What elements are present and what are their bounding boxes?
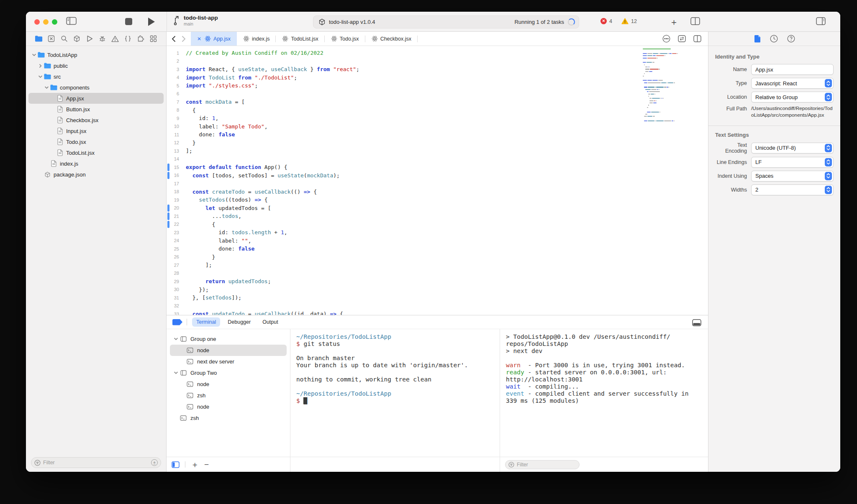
filter-scope-button[interactable]: ± [151,459,158,466]
terminal-session-next-dev-server[interactable]: next dev server [170,356,287,367]
navigator-run-icon[interactable] [85,35,94,43]
add-tab-button[interactable]: ＋ [670,16,678,28]
close-window-button[interactable] [34,19,40,25]
code-line-9[interactable]: 9 id: 1, [167,114,708,123]
terminal-session-node[interactable]: node [170,401,287,412]
disclosure-icon[interactable] [172,337,179,341]
tab-Checkbox.jsx[interactable]: Checkbox.jsx [365,32,418,46]
disclosure-icon[interactable] [37,64,44,68]
terminal-session-node[interactable]: node [170,379,287,390]
more-options-icon[interactable] [662,35,670,43]
code-line-6[interactable]: 6 [167,90,708,98]
close-tab-icon[interactable]: ✕ [197,36,201,42]
terminal-session-zsh[interactable]: zsh [170,412,287,424]
name-input[interactable]: App.jsx [751,64,834,75]
navigator-build-icon[interactable] [73,35,81,43]
file-item-TodoList.jsx[interactable]: TodoList.jsx [28,147,164,158]
disclosure-icon[interactable] [37,74,44,79]
run-button[interactable] [148,18,155,26]
back-button[interactable] [172,36,176,42]
code-line-29[interactable]: 29 return updatedTodos; [167,277,708,286]
issues-cluster[interactable]: ✕ 4 12 [600,18,637,24]
sessions-sidebar-toggle-icon[interactable] [172,461,180,468]
file-item-Button.jsx[interactable]: Button.jsx [28,104,164,115]
switch-file-icon[interactable] [678,35,686,42]
code-line-5[interactable]: 5import "./styles.css"; [167,82,708,90]
file-item-Input.jsx[interactable]: Input.jsx [28,125,164,136]
file-item-Todo.jsx[interactable]: Todo.jsx [28,136,164,147]
navigator-issues-icon[interactable] [111,35,119,43]
widths-select[interactable]: 2 [751,184,834,195]
code-line-21[interactable]: 21 ...todos, [167,212,708,220]
remove-terminal-button[interactable]: − [204,460,209,469]
navigator-symbols-icon[interactable] [124,35,132,43]
file-item-public[interactable]: public [28,60,164,71]
code-line-11[interactable]: 11 done: false [167,130,708,139]
code-line-23[interactable]: 23 id: todos.length + 1, [167,228,708,237]
disclosure-icon[interactable] [172,371,179,375]
code-line-25[interactable]: 25 done: false [167,245,708,253]
file-item-package.json[interactable]: package.json [28,169,164,180]
code-line-19[interactable]: 19 setTodos((todos) => { [167,196,708,204]
code-line-1[interactable]: 1// Created by Austin Condiff on 02/16/2… [167,49,708,57]
code-line-17[interactable]: 17 [167,179,708,188]
file-inspector-icon[interactable] [754,35,761,43]
forward-button[interactable] [182,36,186,42]
code-line-20[interactable]: 20 let updatedTodos = [ [167,204,708,212]
collapse-panel-icon[interactable] [692,319,701,326]
panel-tab-Output[interactable]: Output [258,317,282,327]
code-line-14[interactable]: 14 [167,155,708,164]
code-line-8[interactable]: 8 { [167,106,708,115]
status-pill[interactable]: todo-list-app v1.0.4 Running 1 of 2 task… [313,15,579,28]
code-line-15[interactable]: 15export default function App() { [167,163,708,171]
disclosure-icon[interactable] [31,53,37,57]
tab-TodoList.jsx[interactable]: TodoList.jsx [276,32,324,46]
minimize-window-button[interactable] [43,19,49,25]
navigator-source-control-icon[interactable] [47,35,56,43]
navigator-filter-input[interactable]: Filter ± [31,457,161,468]
file-item-TodoListApp[interactable]: TodoListApp [28,49,164,60]
terminal-session-Group-one[interactable]: Group one [170,333,287,345]
navigator-search-icon[interactable] [60,35,68,43]
code-line-33[interactable]: 33 const updateTodo = useCallback((id, d… [167,310,708,315]
terminal-session-Group-Two[interactable]: Group Two [170,367,287,379]
navigator-extensions-icon[interactable] [136,35,145,43]
type-select[interactable]: Javascript: React [751,78,834,89]
terminal-filter-input[interactable]: Filter [505,460,580,469]
add-terminal-button[interactable]: ＋ [191,459,199,470]
help-inspector-icon[interactable] [787,35,795,43]
code-line-3[interactable]: 3import React, { useState, useCallback }… [167,65,708,74]
code-line-12[interactable]: 12 } [167,139,708,147]
code-line-31[interactable]: 31 }, [setTodos]); [167,294,708,302]
code-line-30[interactable]: 30 }); [167,286,708,294]
code-line-22[interactable]: 22 { [167,220,708,229]
right-sidebar-toggle-icon[interactable] [816,17,826,25]
stop-button[interactable] [125,18,132,25]
text-encoding-select[interactable]: Unicode (UTF-8) [751,143,834,154]
split-view-icon[interactable] [693,35,701,42]
file-item-index.js[interactable]: index.js [28,158,164,169]
disclosure-icon[interactable] [44,85,50,90]
line-endings-select[interactable]: LF [751,157,834,168]
panel-tab-Debugger[interactable]: Debugger [223,317,255,327]
tab-App.jsx[interactable]: ✕App.jsx [191,32,237,46]
code-line-4[interactable]: 4import TodoList from "./TodoList"; [167,74,708,82]
code-line-2[interactable]: 2 [167,57,708,66]
code-line-7[interactable]: 7const mockData = [ [167,98,708,106]
code-line-13[interactable]: 13]; [167,147,708,155]
code-line-24[interactable]: 24 label: "", [167,237,708,245]
code-line-27[interactable]: 27 ]; [167,261,708,269]
code-line-28[interactable]: 28 [167,269,708,278]
file-item-App.jsx[interactable]: App.jsx [28,93,164,104]
panel-tab-Terminal[interactable]: Terminal [192,317,220,327]
zoom-window-button[interactable] [52,19,57,25]
terminal-pane-2[interactable]: > TodoListApp@0.1.0 dev /Users/austincon… [500,329,708,472]
indent-using-select[interactable]: Spaces [751,171,834,182]
history-inspector-icon[interactable] [770,35,778,43]
navigator-debug-icon[interactable] [98,35,107,43]
location-select[interactable]: Relative to Group [751,92,834,102]
code-line-16[interactable]: 16 const [todos, setTodos] = useState(mo… [167,171,708,180]
minimap[interactable] [643,49,706,123]
panel-tag-icon[interactable] [172,319,182,325]
file-item-components[interactable]: components [28,82,164,93]
